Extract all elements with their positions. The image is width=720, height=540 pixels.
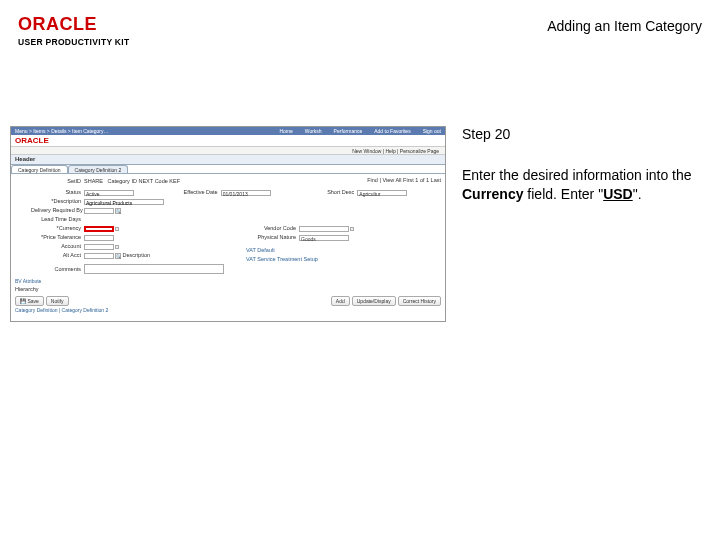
pricetol-label: *Price Tolerance — [31, 234, 81, 241]
desc-input[interactable]: Agricultural Products — [84, 199, 164, 205]
account-label: Account — [31, 243, 81, 250]
section-header: Header — [11, 155, 445, 165]
find-view[interactable]: Find | View All First 1 of 1 Last — [367, 177, 441, 183]
step-label: Step 20 — [462, 126, 700, 142]
nav-link-worklist[interactable]: Worksh — [305, 128, 322, 134]
form-area: SetIDSHARE Category ID NEXT Code KEF Fin… — [11, 174, 445, 276]
tab-category-definition[interactable]: Category Definition — [11, 165, 68, 173]
vat-link[interactable]: VAT Default — [246, 247, 275, 254]
tab-category-definition-2[interactable]: Category Definition 2 — [68, 165, 129, 173]
lookup-icon[interactable] — [115, 227, 119, 231]
short-input[interactable]: Agricultur — [357, 190, 407, 196]
currency-input[interactable] — [84, 226, 114, 232]
embedded-screenshot: Menu > Items > Details > Item Category… … — [10, 126, 446, 322]
effdate-label: Effective Date — [168, 189, 218, 196]
brand-main: ORACLE — [18, 14, 129, 35]
leadtime-label: Lead Time Days — [31, 216, 81, 223]
lookup-icon[interactable]: 🔍 — [115, 253, 121, 259]
hierarchy-label: Hierarchy — [15, 286, 65, 293]
lookup-icon[interactable] — [115, 245, 119, 249]
vcode-label: Vendor Code — [246, 225, 296, 232]
setid-label: SetID — [31, 178, 81, 185]
brand-sub: USER PRODUCTIVITY KIT — [18, 37, 129, 47]
status-label: Status — [31, 189, 81, 196]
vcode-input[interactable] — [299, 226, 349, 232]
status-select[interactable]: Active — [84, 190, 134, 196]
comments-textarea[interactable] — [84, 264, 224, 274]
lookup-icon[interactable] — [350, 227, 354, 231]
page-title: Adding an Item Category — [547, 18, 702, 34]
lookup-icon[interactable]: 🔍 — [115, 208, 121, 214]
short-label: Short Desc — [304, 189, 354, 196]
pricetol-input[interactable] — [84, 235, 114, 241]
nav-link-perf[interactable]: Performance — [334, 128, 363, 134]
comments-label: Comments — [31, 266, 81, 273]
delivery-label: Delivery Required By — [31, 207, 81, 214]
notify-button[interactable]: Notify — [46, 296, 69, 306]
altacct-label: Alt Acct — [31, 252, 81, 259]
correct-button[interactable]: Correct History — [398, 296, 441, 306]
bv-attribute-link[interactable]: BV Attribute — [11, 278, 445, 286]
update-button[interactable]: Update/Display — [352, 296, 396, 306]
app-menubar: Menu > Items > Details > Item Category… … — [11, 127, 445, 135]
tab-strip: Category Definition Category Definition … — [11, 165, 445, 174]
vatsvc-link[interactable]: VAT Service Treatment Setup — [246, 256, 318, 263]
currency-label: *Currency — [31, 225, 81, 232]
breadcrumb: Menu > Items > Details > Item Category… — [15, 128, 109, 134]
delivery-input[interactable] — [84, 208, 114, 214]
instruction-text: Enter the desired information into the C… — [462, 166, 700, 204]
save-button[interactable]: 💾 Save — [15, 296, 44, 306]
app-logo-bar: ORACLE — [11, 135, 445, 147]
instruction-panel: Step 20 Enter the desired information in… — [462, 126, 700, 204]
bottom-breadcrumb[interactable]: Category Definition | Category Definitio… — [11, 306, 445, 313]
nav-link-home[interactable]: Home — [279, 128, 292, 134]
nav-link-fav[interactable]: Add to Favorites — [374, 128, 410, 134]
page-header: ORACLE USER PRODUCTIVITY KIT Adding an I… — [18, 14, 702, 47]
app-subbar: New Window | Help | Personalize Page — [11, 147, 445, 155]
add-button[interactable]: Add — [331, 296, 350, 306]
account-input[interactable] — [84, 244, 114, 250]
altacct-input[interactable] — [84, 253, 114, 259]
desc-label: *Description — [31, 198, 81, 205]
pnature-select[interactable]: Goods — [299, 235, 349, 241]
pnature-label: Physical Nature — [246, 234, 296, 241]
nav-link-signout[interactable]: Sign out — [423, 128, 441, 134]
effdate-input[interactable]: 01/01/2013 — [221, 190, 271, 196]
brand-logo: ORACLE USER PRODUCTIVITY KIT — [18, 14, 129, 47]
